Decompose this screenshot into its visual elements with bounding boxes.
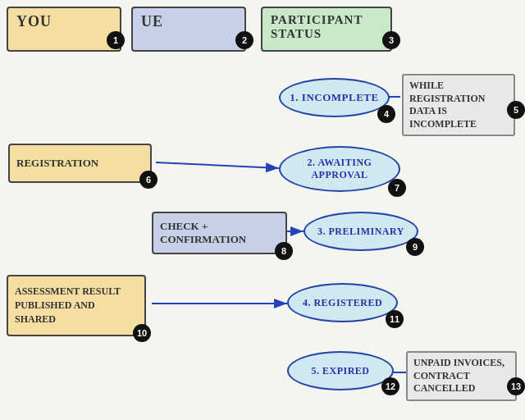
assessment-box: Assessment Result Published and Shared xyxy=(7,275,146,336)
note-incomplete: While Registration Data is Incomplete xyxy=(402,74,515,136)
badge-9: 9 xyxy=(406,238,424,256)
note-expired: Unpaid Invoices, Contract Cancelled xyxy=(406,351,517,401)
status-preliminary: 3. Preliminary xyxy=(304,212,418,251)
badge-7: 7 xyxy=(388,179,406,197)
badge-3: 3 xyxy=(382,31,400,49)
badge-2: 2 xyxy=(235,31,253,49)
ue-label: UE xyxy=(141,13,163,30)
status-incomplete: 1. Incomplete xyxy=(279,78,390,117)
participant-label: Participant Status xyxy=(271,13,363,40)
status-expired: 5. Expired xyxy=(287,351,394,390)
you-label: You xyxy=(16,13,52,30)
participant-box: Participant Status xyxy=(261,7,392,52)
badge-8: 8 xyxy=(275,242,293,260)
registration-box: Registration xyxy=(8,144,152,183)
you-box: You xyxy=(7,7,121,52)
badge-5: 5 xyxy=(507,101,525,119)
badge-13: 13 xyxy=(507,377,525,395)
badge-11: 11 xyxy=(386,310,404,328)
badge-12: 12 xyxy=(381,377,399,395)
status-awaiting: 2. Awaiting Approval xyxy=(279,146,400,192)
badge-1: 1 xyxy=(107,31,125,49)
badge-6: 6 xyxy=(139,171,158,189)
status-registered: 4. Registered xyxy=(287,283,398,322)
badge-4: 4 xyxy=(377,105,395,123)
badge-10: 10 xyxy=(133,324,151,342)
check-confirmation-box: Check + Confirmation xyxy=(152,212,287,254)
svg-line-3 xyxy=(156,162,279,168)
ue-box: UE xyxy=(131,7,246,52)
